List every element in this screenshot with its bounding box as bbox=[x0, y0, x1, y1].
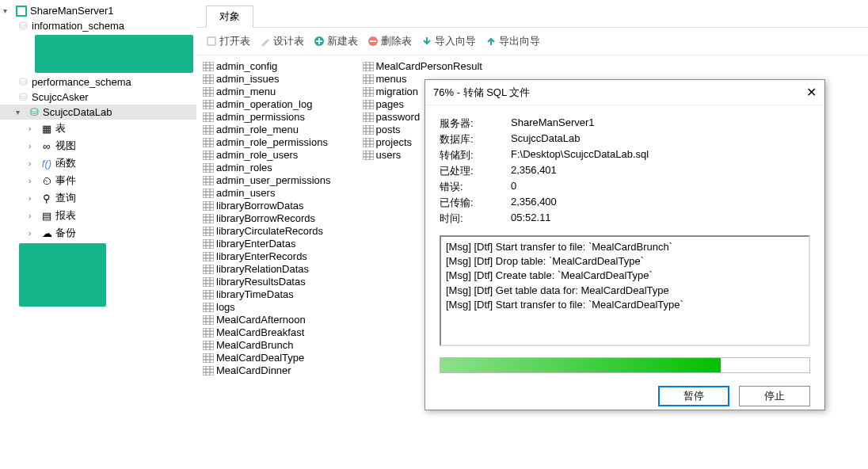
table-row[interactable]: libraryRelationDatas bbox=[203, 263, 331, 275]
table-row[interactable]: admin_permissions bbox=[203, 111, 331, 123]
table-row[interactable]: MealCardAfternoon bbox=[203, 314, 331, 326]
child-icon: ▦ bbox=[40, 123, 54, 135]
dialog-title: 76% - 转储 SQL 文件 bbox=[433, 86, 530, 100]
table-row[interactable]: admin_roles bbox=[203, 162, 331, 173]
svg-rect-24 bbox=[203, 112, 214, 122]
table-icon bbox=[203, 151, 214, 160]
child-icon: ⚲ bbox=[40, 193, 54, 204]
tree-child-表[interactable]: ›▦表 bbox=[0, 120, 196, 137]
info-row: 错误:0 bbox=[440, 180, 810, 194]
delete-table-button[interactable]: 删除表 bbox=[367, 34, 412, 48]
svg-rect-64 bbox=[203, 214, 214, 223]
info-row: 转储到:F:\Desktop\ScujccDataLab.sql bbox=[440, 148, 810, 162]
tree-child-查询[interactable]: ›⚲查询 bbox=[0, 189, 196, 207]
tree-child-视图[interactable]: ›∞视图 bbox=[0, 137, 196, 154]
table-row[interactable]: admin_role_users bbox=[203, 149, 331, 161]
chevron-right-icon: › bbox=[29, 177, 40, 185]
table-row[interactable]: MealCardPersonResult bbox=[363, 60, 482, 72]
svg-rect-54 bbox=[203, 189, 214, 198]
info-row: 已处理:2,356,401 bbox=[440, 164, 810, 178]
chevron-right-icon: › bbox=[29, 124, 40, 133]
log-line: [Msg] [Dtf] Get table data for: MealCard… bbox=[446, 284, 804, 298]
svg-rect-79 bbox=[203, 252, 214, 261]
table-row[interactable]: libraryBorrowDatas bbox=[203, 200, 331, 212]
table-name: MealCardBreakfast bbox=[216, 326, 304, 338]
info-row: 数据库:ScujccDataLab bbox=[440, 132, 810, 147]
tab-objects[interactable]: 对象 bbox=[206, 6, 253, 28]
tree-child-报表[interactable]: ›▤报表 bbox=[0, 207, 196, 224]
table-name: MealCardAfternoon bbox=[216, 314, 306, 326]
message-log[interactable]: [Msg] [Dtf] Start transfer to file: `Mea… bbox=[440, 235, 810, 346]
table-icon bbox=[203, 189, 214, 198]
stop-button[interactable]: 停止 bbox=[739, 386, 810, 406]
server-label: ShareManServer1 bbox=[30, 5, 114, 17]
server-node[interactable]: ▾ ShareManServer1 bbox=[0, 3, 196, 18]
database-icon: ⛁ bbox=[16, 20, 30, 32]
info-row: 已传输:2,356,400 bbox=[440, 196, 810, 210]
table-icon bbox=[203, 87, 214, 97]
btn-label: 删除表 bbox=[381, 34, 412, 48]
table-row[interactable]: admin_operation_log bbox=[203, 98, 331, 110]
db-label: ScujccAsker bbox=[32, 91, 89, 103]
table-name: admin_user_permissions bbox=[216, 174, 331, 186]
table-icon bbox=[203, 125, 214, 135]
svg-rect-49 bbox=[203, 176, 214, 185]
table-icon bbox=[203, 366, 214, 376]
table-row[interactable]: admin_users bbox=[203, 187, 331, 199]
table-row[interactable]: admin_role_menu bbox=[203, 124, 331, 135]
svg-rect-44 bbox=[203, 163, 214, 173]
import-wizard-button[interactable]: 导入向导 bbox=[421, 34, 476, 48]
table-row[interactable]: MealCardBrunch bbox=[203, 339, 331, 351]
child-label: 函数 bbox=[55, 156, 76, 170]
svg-rect-149 bbox=[363, 112, 374, 122]
table-row[interactable]: MealCardBreakfast bbox=[203, 326, 331, 338]
chevron-down-icon: ▾ bbox=[16, 108, 27, 116]
table-row[interactable]: libraryCirculateRecords bbox=[203, 225, 331, 237]
table-icon bbox=[363, 125, 374, 135]
progress-bar bbox=[440, 357, 810, 373]
table-row[interactable]: libraryResultsDatas bbox=[203, 276, 331, 288]
svg-rect-84 bbox=[203, 265, 214, 274]
table-row[interactable]: logs bbox=[203, 301, 331, 313]
table-row[interactable]: MealCardDealType bbox=[203, 352, 331, 364]
database-icon: ⛁ bbox=[16, 76, 30, 88]
table-row[interactable]: admin_issues bbox=[203, 73, 331, 85]
close-icon[interactable]: ✕ bbox=[806, 85, 817, 100]
child-label: 表 bbox=[55, 121, 66, 135]
svg-rect-109 bbox=[203, 328, 214, 337]
table-row[interactable]: admin_role_permissions bbox=[203, 136, 331, 148]
chevron-right-icon: › bbox=[29, 159, 40, 168]
table-row[interactable]: admin_config bbox=[203, 60, 331, 72]
table-row[interactable]: libraryEnterDatas bbox=[203, 238, 331, 250]
svg-rect-74 bbox=[203, 239, 214, 249]
table-row[interactable]: libraryEnterRecords bbox=[203, 250, 331, 262]
tree-child-事件[interactable]: ›⏲事件 bbox=[0, 172, 196, 189]
open-table-button[interactable]: 打开表 bbox=[206, 34, 250, 48]
table-name: libraryRelationDatas bbox=[216, 263, 309, 275]
svg-rect-144 bbox=[363, 100, 374, 109]
svg-rect-14 bbox=[203, 87, 214, 97]
export-wizard-button[interactable]: 导出向导 bbox=[485, 34, 540, 48]
design-table-button[interactable]: 设计表 bbox=[260, 34, 304, 48]
db-node-perf-schema[interactable]: ⛁ performance_schema bbox=[0, 74, 196, 90]
pause-button[interactable]: 暂停 bbox=[658, 386, 729, 406]
svg-rect-114 bbox=[203, 341, 214, 350]
tree-child-函数[interactable]: ›f()函数 bbox=[0, 154, 196, 172]
db-node-datalab[interactable]: ▾ ⛁ ScujccDataLab bbox=[0, 105, 196, 120]
table-row[interactable]: libraryBorrowRecords bbox=[203, 212, 331, 224]
table-name: admin_users bbox=[216, 187, 275, 199]
info-label: 数据库: bbox=[440, 132, 511, 147]
svg-rect-0 bbox=[17, 6, 26, 16]
table-row[interactable]: admin_menu bbox=[203, 86, 331, 97]
db-node-asker[interactable]: ⛁ ScujccAsker bbox=[0, 90, 196, 105]
new-table-button[interactable]: 新建表 bbox=[314, 34, 358, 48]
svg-rect-9 bbox=[203, 74, 214, 84]
db-node-info-schema[interactable]: ⛁ information_schema bbox=[0, 18, 196, 33]
table-row[interactable]: libraryTimeDatas bbox=[203, 288, 331, 300]
tree-child-备份[interactable]: ›☁备份 bbox=[0, 224, 196, 242]
table-icon bbox=[363, 87, 374, 97]
table-row[interactable]: MealCardDinner bbox=[203, 364, 331, 376]
table-icon bbox=[203, 252, 214, 261]
info-value: 0 bbox=[511, 180, 516, 194]
table-row[interactable]: admin_user_permissions bbox=[203, 174, 331, 186]
